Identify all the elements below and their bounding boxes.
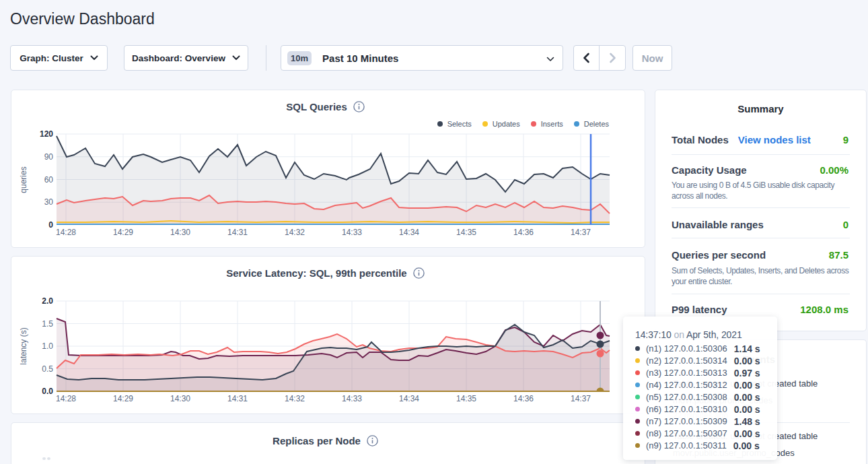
svg-text:90: 90 xyxy=(44,152,54,162)
svg-text:30: 30 xyxy=(44,197,54,207)
svg-text:14:32: 14:32 xyxy=(285,228,305,237)
svg-text:0.0: 0.0 xyxy=(42,387,53,396)
svg-text:14:37: 14:37 xyxy=(571,394,591,403)
svg-text:14:33: 14:33 xyxy=(342,394,362,403)
svg-text:14:29: 14:29 xyxy=(113,228,133,237)
svg-text:14:37: 14:37 xyxy=(571,228,591,237)
svg-text:queries: queries xyxy=(19,166,28,193)
svg-text:2.0: 2.0 xyxy=(42,296,53,306)
svg-text:14:36: 14:36 xyxy=(513,228,534,237)
svg-text:14:33: 14:33 xyxy=(342,228,362,237)
svg-text:14:34: 14:34 xyxy=(399,394,419,403)
svg-text:14:32: 14:32 xyxy=(285,394,305,403)
svg-text:14:31: 14:31 xyxy=(227,228,248,237)
svg-text:0.5: 0.5 xyxy=(42,364,53,374)
svg-text:14:34: 14:34 xyxy=(399,228,419,237)
svg-text:1.0: 1.0 xyxy=(42,341,53,351)
svg-text:14:31: 14:31 xyxy=(227,394,248,403)
svg-text:14:30: 14:30 xyxy=(170,228,190,237)
svg-text:latency (s): latency (s) xyxy=(19,327,28,364)
svg-text:14:35: 14:35 xyxy=(456,228,476,237)
svg-text:1.5: 1.5 xyxy=(42,319,53,329)
svg-text:14:28: 14:28 xyxy=(56,394,76,403)
svg-text:120: 120 xyxy=(40,129,53,139)
svg-text:14:28: 14:28 xyxy=(56,228,76,237)
svg-text:14:29: 14:29 xyxy=(113,394,133,403)
svg-text:60: 60 xyxy=(44,175,54,185)
svg-text:0: 0 xyxy=(48,220,53,230)
svg-text:14:30: 14:30 xyxy=(170,394,190,403)
svg-text:14:36: 14:36 xyxy=(513,394,534,403)
svg-text:14:35: 14:35 xyxy=(456,394,476,403)
